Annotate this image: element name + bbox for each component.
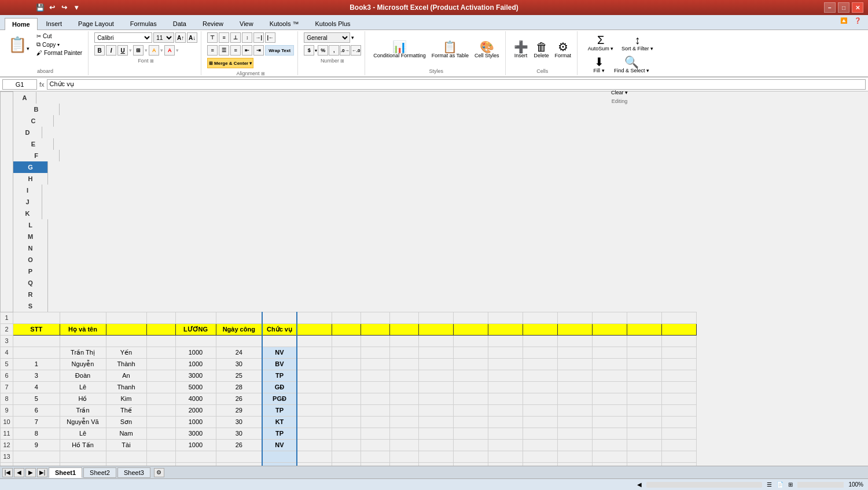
cell-G2[interactable]: Chức vụ [262, 323, 297, 335]
cell-I11[interactable] [332, 428, 361, 439]
cell-K7[interactable] [389, 381, 418, 393]
grid-container[interactable]: A B C D E F G H I J K L M N O [0, 91, 868, 466]
percent-button[interactable]: % [318, 45, 328, 56]
cell-F12[interactable]: 26 [216, 439, 262, 451]
cell-B7[interactable]: Lê [60, 381, 106, 393]
cell-Q9[interactable] [592, 404, 627, 416]
cell-M13[interactable] [453, 451, 488, 462]
cell-B8[interactable]: Hồ [60, 393, 106, 404]
cell-O4[interactable] [523, 347, 557, 358]
col-header-C[interactable]: C [13, 115, 54, 127]
cell-A5[interactable]: 1 [13, 358, 60, 370]
cell-S3[interactable] [661, 335, 696, 347]
decrease-decimal-button[interactable]: ←.0 [351, 45, 361, 56]
cell-H9[interactable] [297, 404, 332, 416]
cell-G9[interactable]: TP [262, 404, 297, 416]
cell-C5[interactable]: Thành [106, 358, 146, 370]
cell-K1[interactable] [389, 312, 418, 323]
align-center-button[interactable]: ☰ [219, 45, 229, 56]
cell-E1[interactable] [175, 312, 216, 323]
cell-F4[interactable]: 24 [216, 347, 262, 358]
cell-R8[interactable] [627, 393, 661, 404]
add-sheet-button[interactable]: ⚙ [154, 468, 164, 477]
cell-E14[interactable] [175, 462, 216, 466]
cell-R12[interactable] [627, 439, 661, 451]
cell-E9[interactable]: 2000 [175, 404, 216, 416]
cell-H8[interactable] [297, 393, 332, 404]
qat-save[interactable]: 💾 [35, 2, 45, 13]
wrap-text-button[interactable]: Wrap Text [265, 45, 294, 56]
cell-D1[interactable] [146, 312, 175, 323]
row-number[interactable]: 14 [1, 462, 13, 466]
cell-O3[interactable] [523, 335, 557, 347]
copy-button[interactable]: ⧉ Copy ▾ [34, 40, 84, 49]
cell-L12[interactable] [418, 439, 453, 451]
row-number[interactable]: 6 [1, 370, 13, 381]
cell-Q6[interactable] [592, 370, 627, 381]
cell-D14[interactable] [146, 462, 175, 466]
cell-N13[interactable] [488, 451, 523, 462]
tab-kutools[interactable]: Kutools ™ [262, 17, 307, 30]
qat-redo[interactable]: ↪ [59, 2, 69, 13]
cell-J1[interactable] [361, 312, 389, 323]
sheet-nav-prev[interactable]: ◀ [14, 468, 24, 477]
cell-N11[interactable] [488, 428, 523, 439]
tab-insert[interactable]: Insert [39, 17, 70, 30]
cell-M3[interactable] [453, 335, 488, 347]
fill-button[interactable]: ⬇ Fill ▾ [587, 54, 610, 75]
cell-B13[interactable] [60, 451, 106, 462]
cell-J6[interactable] [361, 370, 389, 381]
cell-H13[interactable] [297, 451, 332, 462]
cell-O5[interactable] [523, 358, 557, 370]
col-header-P[interactable]: P [13, 266, 48, 277]
cell-M11[interactable] [453, 428, 488, 439]
col-header-A[interactable]: A [13, 92, 36, 104]
cell-Q2[interactable] [592, 323, 627, 335]
qat-undo[interactable]: ↩ [47, 2, 57, 13]
cell-S2[interactable] [661, 323, 696, 335]
cell-N3[interactable] [488, 335, 523, 347]
cell-D4[interactable] [146, 347, 175, 358]
cell-M5[interactable] [453, 358, 488, 370]
cell-O7[interactable] [523, 381, 557, 393]
cell-D5[interactable] [146, 358, 175, 370]
format-button[interactable]: ⚙ Format [553, 39, 574, 60]
cell-Q14[interactable] [592, 462, 627, 466]
cell-P13[interactable] [557, 451, 592, 462]
row-number[interactable]: 9 [1, 404, 13, 416]
cell-K4[interactable] [389, 347, 418, 358]
cell-N12[interactable] [488, 439, 523, 451]
qat-dropdown[interactable]: ▾ [71, 2, 82, 13]
cell-N14[interactable] [488, 462, 523, 466]
cell-P9[interactable] [557, 404, 592, 416]
cell-H5[interactable] [297, 358, 332, 370]
cell-K9[interactable] [389, 404, 418, 416]
cell-K11[interactable] [389, 428, 418, 439]
tab-kutools-plus[interactable]: Kutools Plus [307, 17, 358, 30]
cell-J4[interactable] [361, 347, 389, 358]
cell-N5[interactable] [488, 358, 523, 370]
format-as-table-button[interactable]: 📋 Format as Table [429, 39, 471, 60]
cell-S14[interactable] [661, 462, 696, 466]
cell-A4[interactable] [13, 347, 60, 358]
cell-G7[interactable]: GĐ [262, 381, 297, 393]
cell-I9[interactable] [332, 404, 361, 416]
col-header-O[interactable]: O [13, 254, 48, 266]
cell-C9[interactable]: Thế [106, 404, 146, 416]
cell-J2[interactable] [361, 323, 389, 335]
cell-L14[interactable] [418, 462, 453, 466]
cell-L10[interactable] [418, 416, 453, 428]
cell-K2[interactable] [389, 323, 418, 335]
maximize-button[interactable]: □ [838, 2, 849, 13]
indent-increase-button[interactable]: →| [253, 32, 264, 43]
font-name-select[interactable]: Calibri [94, 32, 152, 43]
cell-A1[interactable] [13, 312, 60, 323]
cell-F11[interactable]: 30 [216, 428, 262, 439]
cell-D2[interactable] [146, 323, 175, 335]
cell-B5[interactable]: Nguyễn [60, 358, 106, 370]
cell-F2[interactable]: Ngày công [216, 323, 262, 335]
border-button[interactable]: ⊞ [133, 45, 144, 56]
cell-K3[interactable] [389, 335, 418, 347]
cell-Q8[interactable] [592, 393, 627, 404]
cell-M14[interactable] [453, 462, 488, 466]
